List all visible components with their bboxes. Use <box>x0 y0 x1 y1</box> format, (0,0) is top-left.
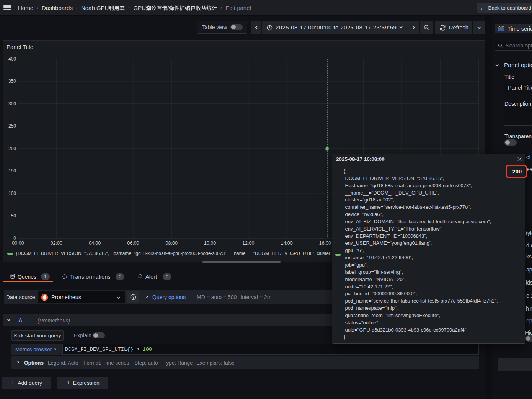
svg-text:0: 0 <box>13 235 16 241</box>
svg-text:200: 200 <box>8 146 16 151</box>
svg-text:400: 400 <box>8 56 16 62</box>
svg-text:04:00: 04:00 <box>89 240 101 246</box>
svg-text:02:00: 02:00 <box>51 240 62 246</box>
svg-text:150: 150 <box>8 168 16 173</box>
svg-text:300: 300 <box>8 101 16 106</box>
svg-text:100: 100 <box>8 191 16 196</box>
svg-text:10:00: 10:00 <box>204 240 216 246</box>
svg-text:08:00: 08:00 <box>166 240 178 246</box>
svg-text:250: 250 <box>8 123 16 129</box>
svg-text:50: 50 <box>11 213 16 219</box>
svg-text:06:00: 06:00 <box>127 240 139 246</box>
svg-text:14:00: 14:00 <box>281 240 292 246</box>
svg-text:12:00: 12:00 <box>242 240 254 246</box>
svg-text:16:00: 16:00 <box>319 240 331 246</box>
svg-text:00:00: 00:00 <box>12 240 24 246</box>
svg-text:350: 350 <box>8 78 16 84</box>
